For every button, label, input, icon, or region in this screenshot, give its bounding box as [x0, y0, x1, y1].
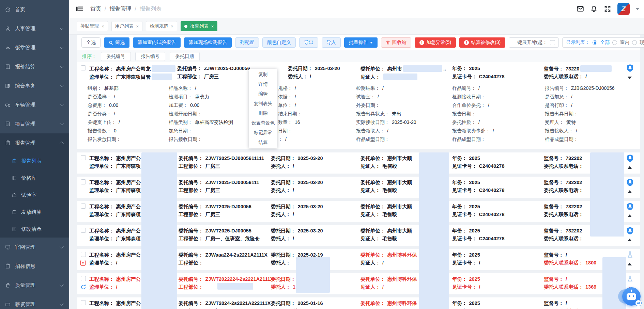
import-button[interactable]: 导入 — [322, 37, 341, 48]
batch-operate-button[interactable]: 批量操作 — [344, 37, 378, 48]
context-menu-item-删除[interactable]: 删除 — [249, 109, 277, 118]
sidebar-item-label: 人事管理 — [15, 26, 35, 32]
radio-label[interactable]: 室内 — [620, 39, 629, 46]
field-value: 2025 — [469, 66, 480, 71]
urgent-anomaly-button[interactable]: !加急异常(5) — [415, 37, 456, 48]
row-field: 委托人联系电话： — [544, 211, 585, 218]
field-label: 年份： — [452, 66, 467, 71]
export-button[interactable]: 导出 — [299, 37, 318, 48]
radio-全部[interactable] — [593, 40, 597, 45]
field-value: 2025 — [469, 156, 480, 161]
context-menu-item-复制[interactable]: 复制 — [249, 70, 277, 80]
context-menu-item-复制表头[interactable]: 复制表头 — [249, 99, 277, 109]
sidebar-item-官网管理[interactable]: 官网管理 — [0, 238, 69, 257]
detail-field: 是否打印：/ — [545, 102, 615, 110]
row-field: 委托编号：ZJWT2022224-2s2221A2111X — [179, 276, 273, 282]
field-value: 732202 — [566, 180, 582, 185]
sidebar-item-首页[interactable]: 首页 — [0, 0, 69, 19]
sidebar-item-修改清单[interactable]: 修改清单 — [0, 221, 69, 238]
field-label: 实际接收日期： — [356, 119, 389, 125]
fullscreen-icon[interactable] — [604, 5, 611, 13]
column-config-button[interactable]: 列配置 — [235, 37, 259, 48]
sort-option-委托日期[interactable]: 委托日期 — [170, 52, 200, 61]
settle-modified-button[interactable]: !结算被修改(3) — [459, 37, 505, 48]
sidebar-item-综合事务[interactable]: 综合事务 — [0, 76, 69, 95]
tab-报告列表[interactable]: 报告列表× — [181, 21, 218, 31]
sidebar-item-label: 官网管理 — [15, 244, 35, 250]
expand-caret-icon[interactable] — [628, 239, 632, 241]
sidebar-item-薪资管理[interactable]: 薪资管理 — [0, 295, 69, 309]
user-menu-caret-icon[interactable] — [636, 8, 639, 12]
sidebar-item-质量管理[interactable]: 质量管理 — [0, 276, 69, 295]
color-custom-button[interactable]: 颜色自定义 — [262, 37, 296, 48]
collapse-menu-icon[interactable] — [76, 6, 83, 12]
mail-icon[interactable] — [577, 5, 584, 13]
add-indoor-report-button[interactable]: 添加室内试验报告 — [133, 37, 181, 48]
radio-室内[interactable] — [612, 40, 617, 45]
context-menu-item-详情[interactable]: 详情 — [249, 80, 277, 90]
sidebar-item-车辆管理[interactable]: 车辆管理 — [0, 95, 69, 114]
bell-icon[interactable] — [590, 5, 598, 13]
tab-补贴管理[interactable]: 补贴管理× — [77, 21, 108, 31]
sidebar-item-饭堂管理[interactable]: 饭堂管理 — [0, 38, 69, 57]
sidebar-item-招标信息[interactable]: 招标信息 — [0, 257, 69, 276]
breadcrumb-item[interactable]: 报告列表 — [140, 5, 162, 13]
field-label: 报告领取人： — [356, 128, 385, 133]
sidebar-item-报告列表[interactable]: 报告列表 — [0, 152, 69, 169]
sidebar-item-报告管理[interactable]: 报告管理 — [0, 133, 69, 152]
expand-caret-icon[interactable] — [628, 77, 632, 79]
fee-flag-icon: ¥ — [80, 260, 86, 266]
expand-caret-icon[interactable] — [628, 190, 632, 193]
row-field: 见证卡号：C24040278 — [452, 163, 505, 169]
detail-field: 检测结果：/ — [356, 85, 416, 93]
sidebar-item-价格库[interactable]: 价格库 — [0, 169, 69, 186]
field-label: 工程部位： — [177, 74, 202, 79]
tab-close-icon[interactable]: × — [136, 24, 139, 29]
chevron-down-icon — [60, 102, 63, 106]
field-label: 年份： — [452, 204, 467, 209]
field-value: / — [119, 119, 120, 125]
row-field: 年份：2025 — [452, 252, 480, 258]
recycle-bin-button[interactable]: 回收站 — [381, 37, 411, 48]
report-row[interactable]: 工程名称：惠州房产公司龙....委托编号：ZJWT2025-DJ00056委托日… — [77, 62, 640, 149]
select-all-button[interactable]: 全选 — [81, 37, 101, 48]
radio-现场[interactable] — [632, 40, 637, 45]
tab-close-icon[interactable]: × — [171, 24, 173, 29]
detail-field: 报告接收人：/ — [545, 127, 615, 136]
field-label: 样品名称： — [169, 85, 193, 91]
breadcrumb-item[interactable]: 报告管理 — [109, 5, 131, 13]
row-field: 委托编号：ZJWaaa224-2s2221A2111X — [179, 252, 267, 258]
tab-close-icon[interactable]: × — [102, 24, 104, 29]
sidebar-item-报价结算[interactable]: 报价结算 — [0, 57, 69, 76]
sidebar-item-发放结算[interactable]: 发放结算 — [0, 204, 69, 221]
field-value: 厂房三 — [205, 212, 220, 217]
sidebar-item-项目管理[interactable]: 项目管理 — [0, 114, 69, 133]
ai-assistant-button[interactable]: AI — [622, 287, 641, 306]
app-logo[interactable]: Z — [617, 3, 630, 15]
tab-close-icon[interactable]: × — [211, 24, 214, 29]
expand-caret-icon[interactable] — [628, 263, 632, 265]
sidebar-item-label: 试验室 — [21, 192, 36, 198]
row-field: 工程名称：惠州房产公 — [89, 204, 141, 210]
radio-label[interactable]: 现场 — [640, 39, 644, 46]
context-menu-item-标记异常[interactable]: 标记异常 — [249, 128, 277, 138]
expand-toggle-checkbox[interactable] — [550, 40, 555, 45]
row-field: 委托人联系电话：/ — [544, 74, 587, 80]
sidebar-item-人事管理[interactable]: 人事管理 — [0, 19, 69, 38]
context-menu-item-设置背景色[interactable]: 设置背景色 — [249, 118, 277, 128]
expand-caret-icon[interactable] — [628, 214, 632, 217]
filter-button[interactable]: 筛选 — [104, 37, 129, 48]
tab-检测规范[interactable]: 检测规范× — [146, 21, 177, 31]
sort-option-报告编号[interactable]: 报告编号 — [135, 52, 165, 61]
sort-option-委托编号[interactable]: 委托编号 — [101, 52, 131, 61]
sidebar-item-试验室[interactable]: 试验室 — [0, 186, 69, 204]
radio-label[interactable]: 全部 — [600, 39, 610, 46]
breadcrumb-item[interactable]: 首页 — [90, 5, 101, 13]
expand-caret-icon[interactable] — [628, 166, 632, 169]
tab-用户列表[interactable]: 用户列表× — [111, 21, 143, 31]
add-field-report-button[interactable]: 添加现场检测报告 — [184, 37, 232, 48]
field-value: / — [571, 102, 572, 108]
detail-field: 加工费：0.00 — [169, 102, 233, 110]
context-menu-item-结算[interactable]: 结算 — [249, 138, 277, 148]
context-menu-item-编辑[interactable]: 编辑 — [249, 89, 277, 99]
